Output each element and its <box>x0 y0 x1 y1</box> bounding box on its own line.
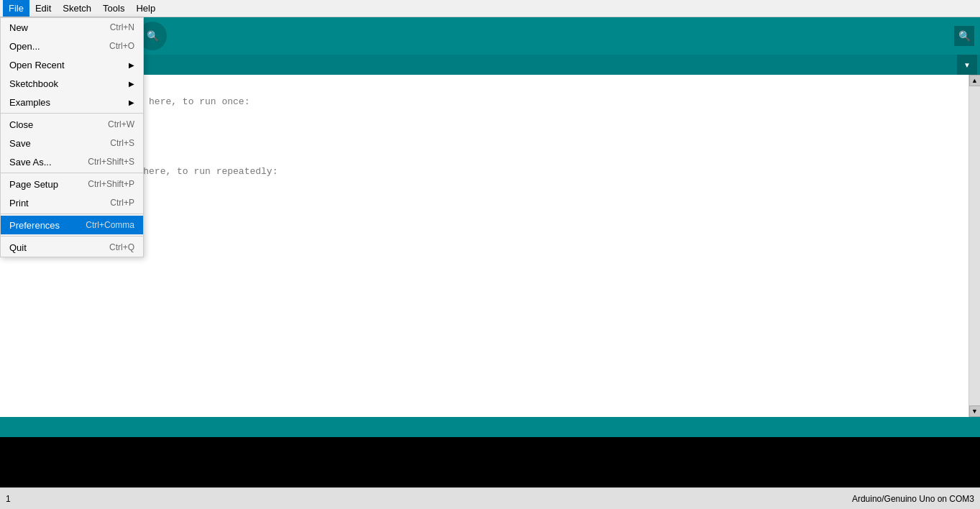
menu-item-quit-label: Quit <box>9 242 27 253</box>
status-line-number: 1 <box>6 494 11 504</box>
toolbar-search-button[interactable]: 🔍 <box>954 26 974 46</box>
code-line-loop-close: } <box>9 193 960 207</box>
menu-item-save[interactable]: Save Ctrl+S <box>1 134 143 152</box>
menu-item-close[interactable]: Close Ctrl+W <box>1 115 143 134</box>
menu-item-sketchbook-label: Sketchbook <box>9 78 58 89</box>
code-line-setup-close: } <box>9 123 960 137</box>
code-line-setup-empty1 <box>9 109 960 123</box>
menu-item-new-shortcut: Ctrl+N <box>110 22 134 32</box>
menu-item-page-setup[interactable]: Page Setup Ctrl+Shift+P <box>1 175 143 193</box>
scroll-down-icon: ▼ <box>971 408 978 415</box>
menu-item-save-label: Save <box>9 138 31 149</box>
menu-item-open-shortcut: Ctrl+O <box>109 41 134 51</box>
scroll-up-icon: ▲ <box>971 77 978 84</box>
menu-item-preferences-shortcut: Ctrl+Comma <box>86 220 134 230</box>
menu-item-preferences-label: Preferences <box>9 220 60 231</box>
menu-item-print-label: Print <box>9 198 29 208</box>
tabbar: sketch_jul25a ▼ ▼ <box>0 55 980 75</box>
toolbar-search-icon: 🔍 <box>958 30 971 42</box>
menu-help[interactable]: Help <box>130 0 161 17</box>
menu-item-open[interactable]: Open... Ctrl+O <box>1 37 143 55</box>
separator-4 <box>1 236 143 237</box>
statusbar: 1 Arduino/Genuino Uno on COM3 <box>0 487 980 509</box>
editor-container: void setup() { // put your setup code he… <box>0 75 980 417</box>
menu-item-new[interactable]: New Ctrl+N <box>1 18 143 37</box>
examples-arrow-icon: ▶ <box>129 98 134 106</box>
separator-2 <box>1 173 143 173</box>
menu-file[interactable]: File <box>3 0 29 17</box>
menu-item-quit[interactable]: Quit Ctrl+Q <box>1 238 143 257</box>
menu-item-save-shortcut: Ctrl+S <box>110 138 134 148</box>
menu-sketch[interactable]: Sketch <box>57 0 97 17</box>
menu-item-page-setup-label: Page Setup <box>9 179 58 190</box>
separator-1 <box>1 113 143 114</box>
menu-tools[interactable]: Tools <box>97 0 130 17</box>
menu-item-examples[interactable]: Examples ▶ <box>1 93 143 111</box>
tab-dropdown-button[interactable]: ▼ <box>957 55 977 75</box>
sketchbook-arrow-icon: ▶ <box>129 80 134 88</box>
open-recent-arrow-icon: ▶ <box>129 61 134 69</box>
scroll-down-button[interactable]: ▼ <box>969 405 981 417</box>
menu-item-close-shortcut: Ctrl+W <box>108 119 134 129</box>
menu-item-print[interactable]: Print Ctrl+P <box>1 193 143 212</box>
menu-item-page-setup-shortcut: Ctrl+Shift+P <box>88 179 134 189</box>
separator-3 <box>1 214 143 214</box>
file-menu-dropdown: New Ctrl+N Open... Ctrl+O Open Recent ▶ … <box>0 17 144 257</box>
code-line-loop-body: // put your main code here, to run repea… <box>9 165 960 179</box>
menu-item-new-label: New <box>9 22 28 33</box>
code-line-loop-empty <box>9 179 960 193</box>
code-line-empty2 <box>9 137 960 151</box>
menu-item-open-label: Open... <box>9 41 40 52</box>
menu-item-preferences[interactable]: Preferences Ctrl+Comma <box>1 216 143 234</box>
scroll-track[interactable] <box>969 86 980 405</box>
code-line-loop-open: void loop() { <box>9 151 960 165</box>
code-line-setup-body: // put your setup code here, to run once… <box>9 95 960 109</box>
menu-item-print-shortcut: Ctrl+P <box>110 198 134 208</box>
console-area[interactable] <box>0 437 980 487</box>
chevron-down-icon: ▼ <box>963 61 971 69</box>
menu-edit[interactable]: Edit <box>29 0 57 17</box>
code-editor[interactable]: void setup() { // put your setup code he… <box>0 75 968 417</box>
menu-item-quit-shortcut: Ctrl+Q <box>109 242 134 252</box>
menu-item-save-as-label: Save As... <box>9 157 52 168</box>
menu-item-open-recent-label: Open Recent <box>9 60 65 70</box>
menu-item-examples-label: Examples <box>9 97 50 108</box>
menu-item-sketchbook[interactable]: Sketchbook ▶ <box>1 74 143 93</box>
code-line-setup-comment: void setup() { <box>9 81 960 95</box>
menu-item-open-recent[interactable]: Open Recent ▶ <box>1 55 143 74</box>
menubar: File Edit Sketch Tools Help <box>0 0 980 17</box>
scrollbar-vertical[interactable]: ▲ ▼ <box>968 75 980 417</box>
toolbar: ✓ ➜ ⬛ 📈 🔍 🔍 <box>0 17 980 55</box>
bottom-toolbar <box>0 417 980 437</box>
menu-item-save-as-shortcut: Ctrl+Shift+S <box>88 157 134 167</box>
status-board-info: Arduino/Genuino Uno on COM3 <box>852 494 974 504</box>
menu-item-save-as[interactable]: Save As... Ctrl+Shift+S <box>1 152 143 171</box>
scroll-up-button[interactable]: ▲ <box>969 75 981 86</box>
menu-item-close-label: Close <box>9 119 33 130</box>
